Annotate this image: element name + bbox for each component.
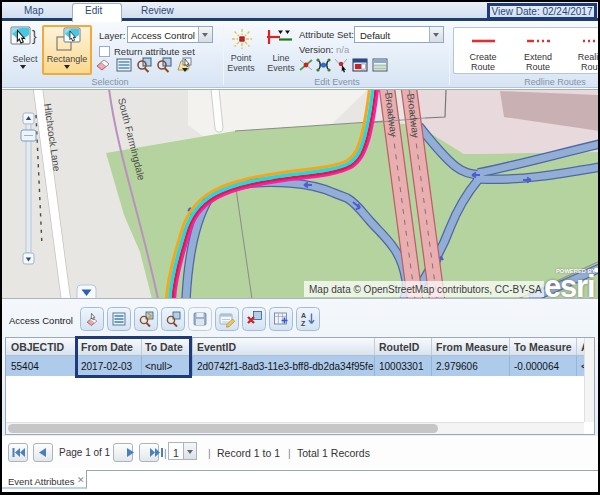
svg-text:Map data © OpenStreetMap contr: Map data © OpenStreetMap contributors, C… xyxy=(309,284,542,295)
svg-text:A: A xyxy=(301,312,306,319)
svg-text:}: } xyxy=(32,28,37,44)
svg-text:esri: esri xyxy=(544,269,594,299)
svg-text:Z: Z xyxy=(301,320,306,327)
